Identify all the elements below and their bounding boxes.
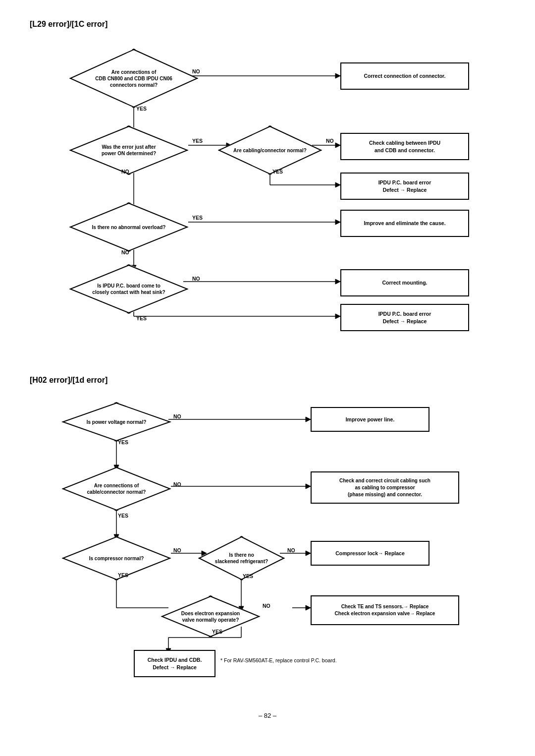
label-d4-s2-no: NO — [287, 547, 295, 553]
b5-s2: Check IPDU and CDB. Defect → Replace — [134, 650, 215, 677]
b2-s1: Check cabling between IPDU and CDB and c… — [340, 133, 469, 160]
b4-s1: Improve and eliminate the cause. — [340, 210, 469, 237]
section2-title: [H02 error]/[1d error] — [30, 376, 505, 385]
d4-s1: Is there no abnormal overload? — [69, 202, 188, 252]
label-d1-yes: YES — [136, 106, 147, 112]
label-d2-s2-no: NO — [173, 481, 181, 487]
label-d3-no: NO — [326, 138, 334, 144]
label-d2-yes: YES — [192, 138, 203, 144]
d3-s2: Is compressor normal? — [62, 536, 171, 581]
label-d1-no: NO — [192, 68, 200, 74]
label-d3-yes: YES — [272, 169, 283, 174]
d2-s2: Are connections of cable/connector norma… — [62, 466, 171, 511]
section1-diagram: Are connections of CDB CN800 and CDB IPD… — [30, 39, 505, 346]
label-d5-no: NO — [192, 276, 200, 282]
section1-title: [L29 error]/[1C error] — [30, 20, 505, 29]
d4-s2: Is there no slackened refrigerant? — [198, 536, 285, 581]
label-d2-s2-yes: YES — [118, 513, 128, 519]
svg-marker-3 — [335, 73, 340, 78]
label-d1-s2-yes: YES — [118, 439, 128, 445]
b5-s1: Correct mounting. — [340, 269, 469, 296]
b3-s1: IPDU P.C. board error Defect → Replace — [340, 173, 469, 200]
d3-s1: Are cabling/connector normal? — [218, 125, 322, 175]
svg-marker-21 — [335, 314, 340, 319]
b6-s1: IPDU P.C. board error Defect → Replace — [340, 304, 469, 331]
d2-s1: Was the error just after power ON determ… — [69, 125, 188, 175]
svg-marker-14 — [335, 220, 340, 225]
svg-marker-10 — [335, 182, 340, 187]
svg-marker-7 — [335, 143, 340, 148]
section2-diagram: Is power voltage normal? NO YES Are conn… — [30, 395, 505, 682]
label-d5-s2-yes: YES — [212, 629, 222, 635]
label-d3-s2-no: NO — [173, 547, 181, 553]
b3-s2: Compressor lock→ Replace — [311, 541, 429, 566]
label-d1-s2-no: NO — [173, 413, 181, 419]
label-d3-s2-yes: YES — [118, 572, 128, 578]
label-d4-no: NO — [121, 249, 129, 255]
page-number: – 82 – — [30, 712, 505, 719]
b1-s1: Correct connection of connector. — [340, 62, 469, 90]
label-d5-yes: YES — [136, 315, 147, 321]
svg-marker-32 — [306, 484, 311, 489]
svg-marker-44 — [306, 605, 311, 610]
d5-s1: Is IPDU P.C. board come to closely conta… — [69, 264, 188, 314]
page: [L29 error]/[1C error] — [0, 0, 535, 739]
d5-s2: Does electron expansion valve normally o… — [161, 595, 260, 638]
label-d4-s2-yes: YES — [243, 573, 253, 579]
svg-marker-18 — [335, 279, 340, 284]
label-d2-no: NO — [121, 169, 129, 174]
b2-s2: Check and correct circuit cabling such a… — [311, 471, 459, 504]
label-d4-yes: YES — [192, 215, 203, 221]
b1-s2: Improve power line. — [311, 407, 429, 432]
section2-note: * For RAV-SM560AT-E, replace control P.C… — [220, 657, 337, 663]
d1-s1: Are connections of CDB CN800 and CDB IPD… — [69, 49, 198, 108]
svg-marker-28 — [306, 417, 311, 422]
label-d5-s2-no: NO — [263, 603, 270, 609]
d1-s2: Is power voltage normal? — [62, 402, 171, 442]
b4-s2: Check TE and TS sensors.→ Replace Check … — [311, 595, 459, 625]
svg-marker-40 — [306, 551, 311, 556]
